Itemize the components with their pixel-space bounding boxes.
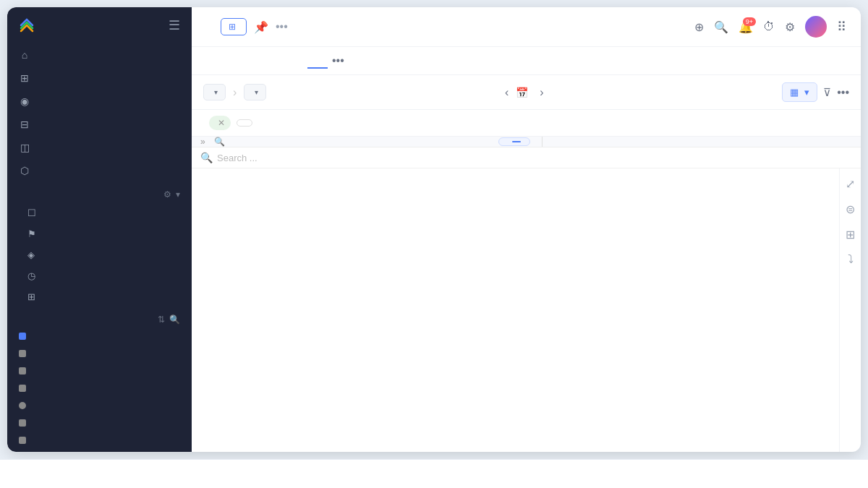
search-row: 🔍 — [192, 147, 861, 168]
sidebar-item-home[interactable]: ⌂ — [7, 43, 192, 67]
gantt-header — [542, 137, 835, 147]
sidebar-item-discuss[interactable]: ◉ — [7, 90, 192, 113]
heatmap-icon: ▦ — [790, 87, 799, 98]
toolbar-more[interactable]: ••• — [837, 86, 849, 99]
more-icon-header[interactable]: ••• — [276, 20, 288, 33]
grid-area: » 🔍 — [192, 137, 861, 452]
sidebar-item-calendar[interactable]: ◫ — [7, 136, 192, 159]
filter-icon[interactable]: ⊽ — [823, 86, 831, 99]
tabs-more[interactable]: ••• — [328, 47, 349, 74]
main-content: ⊞ 📌 ••• ⊕ 🔍 🔔 9+ ⏱ ⚙ ⠿ — [192, 7, 861, 452]
pin-icon[interactable]: 📌 — [254, 20, 268, 34]
export-icon[interactable]: ⤵ — [848, 253, 854, 266]
notification-icon[interactable]: 🔔 9+ — [739, 20, 753, 34]
footer — [0, 459, 868, 488]
group-by-dropdown[interactable]: ▾ — [244, 84, 266, 100]
search-icon-row: 🔍 — [200, 152, 213, 163]
top-bar: ⊞ 📌 ••• ⊕ 🔍 🔔 9+ ⏱ ⚙ ⠿ — [192, 7, 861, 47]
project-color-community — [19, 402, 26, 409]
project-color-construction — [19, 367, 26, 374]
group-by-arrow: ▾ — [255, 88, 258, 96]
sidebar-item-timesheets[interactable]: ◷ — [7, 265, 192, 286]
chevron-down-icon[interactable]: ▾ — [176, 189, 180, 200]
tab-reports[interactable] — [307, 53, 328, 69]
date-prev[interactable]: ‹ — [502, 85, 511, 100]
collapse-all-icon[interactable]: » — [200, 137, 205, 147]
main-nav: ⌂ ⊞ ◉ ⊟ ◫ ⬡ — [7, 43, 192, 182]
project-color-reno3 — [19, 419, 26, 427]
project-item-donnelly[interactable] — [7, 328, 192, 345]
side-icons-panel: ⤢ ⊜ ⊞ ⤵ — [839, 168, 861, 452]
overview-section: ⚙ ▾ — [7, 182, 192, 202]
top-icons: ⊕ 🔍 🔔 9+ ⏱ ⚙ ⠿ — [694, 16, 846, 38]
sidebar-item-feed[interactable]: ⊞ — [7, 67, 192, 90]
period-block — [498, 137, 530, 146]
date-navigation: ‹ 📅 › — [502, 85, 547, 100]
project-color-donnelly — [19, 333, 26, 340]
rows-container — [192, 168, 839, 452]
search-icon-top[interactable]: 🔍 — [714, 20, 728, 34]
sort-icon[interactable]: ⇅ — [158, 314, 165, 325]
notification-badge: 9+ — [743, 17, 756, 26]
status-badge: ✕ — [209, 116, 231, 130]
sidebar-item-projects[interactable]: ⬡ — [7, 159, 192, 182]
view-button[interactable]: ⊞ — [221, 18, 247, 35]
grid-header-row: » 🔍 — [192, 137, 861, 147]
avatar[interactable] — [805, 16, 827, 38]
tab-tasks[interactable] — [226, 53, 247, 69]
settings-rows-icon[interactable]: ⊜ — [846, 202, 855, 216]
sidebar-item-tasks[interactable]: ☐ — [7, 202, 192, 223]
report-type-dropdown[interactable]: ▾ — [203, 84, 226, 100]
project-item-construction[interactable] — [7, 362, 192, 380]
feed-icon: ⊞ — [19, 72, 30, 84]
view-icon: ⊞ — [229, 22, 236, 32]
tab-dashboard[interactable] — [206, 53, 226, 69]
tab-forums[interactable] — [287, 53, 307, 69]
sidebar-item-reports[interactable]: ⊟ — [7, 113, 192, 136]
timesheets-icon: ◷ — [27, 270, 35, 281]
view-type-dropdown[interactable]: ▦ ▾ — [782, 82, 817, 102]
add-icon[interactable]: ⊕ — [694, 20, 704, 34]
search-col-icon[interactable]: 🔍 — [214, 137, 225, 147]
timer-icon[interactable]: ⏱ — [763, 20, 775, 33]
project-item-zylker-coffee[interactable] — [7, 345, 192, 362]
sidebar: ☰ ⌂ ⊞ ◉ ⊟ ◫ ⬡ — [7, 7, 192, 452]
issues-icon: ⚑ — [27, 228, 36, 239]
hamburger-icon[interactable]: ☰ — [169, 17, 180, 33]
tab-issues[interactable] — [247, 53, 267, 69]
project-item-zylker-reno[interactable] — [7, 432, 192, 449]
group-icon[interactable]: ⊞ — [846, 228, 855, 241]
project-color-zylker — [19, 350, 26, 357]
expand-icon[interactable]: ⤢ — [846, 177, 855, 191]
recent-projects-section: ⇅ 🔍 — [7, 307, 192, 328]
discuss-icon: ◉ — [19, 95, 30, 107]
status-clear-x[interactable]: ✕ — [218, 118, 225, 128]
view-type-arrow: ▾ — [804, 87, 809, 98]
logo-icon — [19, 17, 35, 33]
project-item-renovation3[interactable] — [7, 414, 192, 432]
project-item-it-support[interactable] — [7, 380, 192, 397]
calendar-icon: ◫ — [19, 142, 30, 153]
tasks-icon: ☐ — [27, 207, 36, 218]
search-icon[interactable]: 🔍 — [169, 314, 180, 325]
calendar-icon-toolbar[interactable]: 📅 — [516, 87, 528, 98]
clear-filter-button[interactable] — [237, 119, 252, 127]
sidebar-header: ☰ — [7, 7, 192, 43]
sidebar-item-issues[interactable]: ⚑ — [7, 223, 192, 244]
tab-phases[interactable] — [267, 53, 287, 69]
grid-icon[interactable]: ⠿ — [837, 19, 846, 35]
reports-icon: ⊟ — [19, 119, 30, 130]
sidebar-item-expenses[interactable]: ⊞ — [7, 286, 192, 307]
projects-icon: ⬡ — [19, 165, 30, 176]
left-panel-header: » 🔍 — [192, 137, 542, 147]
sidebar-item-phases[interactable]: ◈ — [7, 244, 192, 265]
settings-icon[interactable]: ⚙ — [163, 189, 171, 200]
status-bar: ✕ — [192, 110, 861, 137]
toolbar-separator: › — [233, 86, 237, 99]
search-input[interactable] — [217, 153, 852, 163]
date-next[interactable]: › — [537, 85, 546, 100]
project-color-zylker-reno — [19, 437, 26, 444]
nav-tabs: ••• — [192, 47, 861, 75]
project-item-community[interactable] — [7, 397, 192, 414]
settings-icon-top[interactable]: ⚙ — [785, 20, 795, 34]
